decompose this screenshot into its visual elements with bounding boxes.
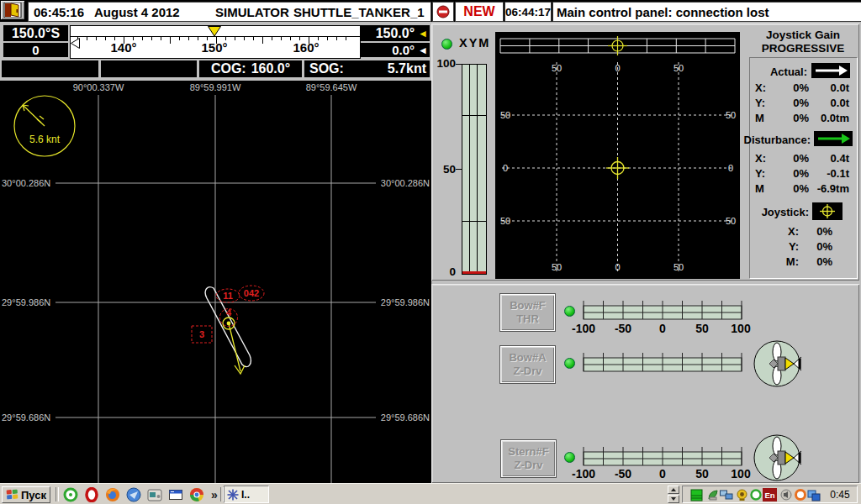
quicklaunch-overflow-chevron[interactable]: » [208, 486, 221, 503]
readout-blank-2 [101, 60, 197, 77]
heading-value: 150.0°S [12, 26, 60, 41]
utorrent-launch-icon[interactable] [62, 486, 79, 503]
actual-y-val: 0.0t [797, 97, 849, 109]
leaf-tray-icon[interactable] [706, 488, 720, 501]
alarm-new-text: NEW [463, 4, 494, 19]
network2-tray-icon[interactable] [807, 488, 821, 501]
sog-value: 5.7knt [388, 61, 426, 76]
thunderbird-launch-icon[interactable] [125, 486, 142, 503]
plot-left-50b: 50 [500, 216, 510, 226]
gain-title-1: Joystick Gain [748, 29, 858, 41]
spinner-down-button[interactable] [668, 495, 679, 503]
rot-setpoint-value: 0.0° [392, 43, 415, 57]
orange-ring-tray-icon[interactable] [794, 488, 807, 501]
rot-value: 0 [32, 43, 39, 57]
actual-x-axis: X: [755, 81, 766, 94]
chevron-glyph: » [211, 488, 218, 501]
bow-f-scale-100: 100 [721, 322, 761, 335]
gauge-tick-50 [456, 169, 462, 170]
bow-f-gauge [583, 299, 742, 321]
down-arrow-icon [671, 497, 676, 501]
gauge-divider-1 [469, 65, 470, 274]
marker-11-label: 11 [223, 291, 233, 301]
windows-logo-icon [6, 489, 18, 501]
latitude-labels: 30°00.286N 30°00.286N 29°59.986N 29°59.9… [2, 178, 430, 423]
network-tray-icon[interactable] [720, 488, 733, 501]
longitude-label-2: 89°59.991W [190, 82, 241, 92]
disturbance-label: Disturbance: [730, 134, 811, 146]
start-button[interactable]: Пуск [2, 486, 50, 503]
actual-direction-box [811, 63, 850, 78]
wind-indicator [14, 96, 75, 156]
plot-right-0: 0 [728, 163, 733, 173]
joy-m-axis: M: [779, 255, 799, 268]
display-tray-icon[interactable] [689, 488, 703, 501]
wind-speed-label: 5.6 knt [29, 134, 61, 145]
opera-launch-icon[interactable] [83, 486, 100, 503]
position-marker-icon [606, 157, 629, 179]
language-indicator[interactable]: En [763, 488, 777, 501]
dist-x-val: 0.4t [797, 152, 849, 165]
ship-reference-dot [227, 322, 231, 326]
heading-setpoint-value: 150.0° [376, 26, 415, 41]
active-task-button[interactable]: I.. [224, 486, 269, 503]
position-map: 90°00.337W 89°59.991W 89°59.645W 30°00.2… [0, 81, 431, 483]
bow-f-scale-n100: -100 [563, 322, 604, 335]
bow-f-scale-0: 0 [642, 322, 683, 335]
top-status-bar: 06:45:16 August 4 2012 SIMULATOR SHUTTLE… [0, 0, 861, 22]
plot-bot-50r: 50 [673, 262, 684, 272]
bow-a-zdrv-button[interactable]: Bow#A Z-Drv [500, 346, 555, 383]
bow-a-azimuth-icon [753, 339, 801, 388]
compass-tape: 140° 150° 160° [70, 25, 361, 59]
sog-label: SOG: [309, 61, 344, 76]
rot-pointer-icon [71, 38, 80, 49]
bow-f-thr-button[interactable]: Bow#F THR [500, 294, 555, 331]
joy-y-pct: 0% [800, 240, 832, 253]
stern-f-zdrv-button[interactable]: Stern#F Z-Drv [501, 440, 556, 477]
actual-label: Actual: [740, 66, 807, 78]
webcam-tray-icon[interactable] [735, 488, 748, 501]
stern-f-scale-n100: -100 [563, 467, 604, 480]
chrome-launch-icon[interactable] [188, 486, 205, 503]
stern-f-gauge [583, 445, 742, 467]
plot-top-50l: 50 [552, 63, 562, 73]
firefox-launch-icon[interactable] [104, 486, 121, 503]
gauge-tick-100 [456, 64, 462, 65]
gauge-scale-50: 50 [429, 163, 456, 176]
spinner-up-button[interactable] [668, 486, 679, 494]
window-app-launch-icon[interactable] [167, 486, 184, 503]
marker-3-label: 3 [199, 329, 204, 339]
bow-a-gauge [583, 351, 742, 373]
longitude-label-3: 89°59.645W [306, 82, 357, 92]
door-exit-icon [3, 3, 22, 18]
rot-arrow-icon: ◄ [418, 45, 428, 55]
media-player-launch-icon[interactable] [146, 486, 163, 503]
tape-tick-150: 150° [201, 40, 227, 55]
dist-y-val: -0.1t [797, 167, 849, 180]
lat-mid-right: 29°59.986N [381, 297, 430, 307]
joystick-crosshair-icon [818, 204, 837, 218]
cog-label: COG: [211, 61, 246, 76]
xym-label: XYM [459, 36, 490, 50]
plot-left-0: 0 [503, 163, 508, 173]
alarm-mute-box[interactable] [432, 2, 454, 22]
bow-a-line2: Z-Drv [514, 365, 542, 378]
gauge-divider-2 [477, 65, 478, 274]
start-label: Пуск [21, 489, 46, 501]
plot-left-50t: 50 [500, 110, 510, 120]
joy-y-axis: Y: [779, 240, 799, 253]
clock-time: 06:45:16 [34, 5, 84, 19]
plot-right-50t: 50 [726, 110, 736, 120]
lat-bot-right: 29°59.686N [381, 412, 430, 423]
utorrent-tray-icon[interactable] [749, 488, 763, 501]
alarm-new-badge[interactable]: NEW [455, 2, 504, 22]
taskbar: Пуск » I.. [0, 483, 861, 504]
joy-x-pct: 0% [800, 225, 832, 238]
xy-position-plot: 50 0 50 50 0 50 50 0 50 50 0 50 [495, 32, 740, 279]
volume-tray-icon[interactable] [779, 488, 793, 501]
stern-f-line1: Stern#F [508, 445, 548, 459]
plot-bot-0: 0 [615, 262, 620, 272]
task-button-label: I.. [241, 489, 250, 501]
no-entry-icon [436, 5, 450, 18]
exit-button[interactable] [0, 0, 25, 20]
